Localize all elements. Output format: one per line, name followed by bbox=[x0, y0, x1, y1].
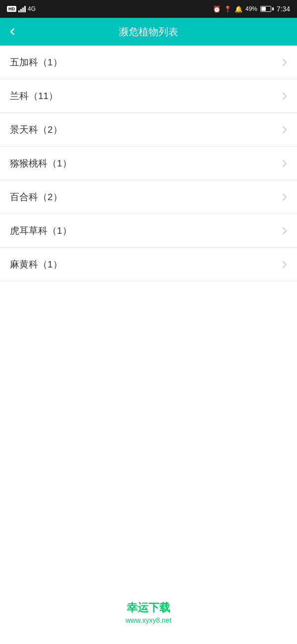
battery-body bbox=[260, 6, 271, 12]
watermark-sub-text: www.xyxy8.net bbox=[0, 616, 297, 624]
battery-fill bbox=[261, 7, 266, 11]
chevron-right-icon bbox=[282, 160, 287, 167]
chevron-right-icon bbox=[282, 126, 287, 134]
item-label: 百合科（2） bbox=[10, 191, 62, 204]
signal-bar-4 bbox=[24, 6, 26, 12]
item-label: 兰科（11） bbox=[10, 90, 58, 103]
battery-tip bbox=[272, 7, 274, 10]
status-right: ⏰ 📍 🔔 49% 7:34 bbox=[213, 5, 290, 13]
list-item[interactable]: 虎耳草科（1） bbox=[0, 214, 297, 248]
signal-type: 4G bbox=[28, 5, 36, 12]
item-label: 虎耳草科（1） bbox=[10, 224, 72, 237]
chevron-right-icon bbox=[282, 92, 287, 100]
chevron-right-icon bbox=[282, 227, 287, 235]
plant-list: 五加科（1）兰科（11）景天科（2）猕猴桃科（1）百合科（2）虎耳草科（1）麻黄… bbox=[0, 46, 297, 281]
list-item[interactable]: 五加科（1） bbox=[0, 46, 297, 79]
item-label: 麻黄科（1） bbox=[10, 258, 62, 271]
page-title: 濒危植物列表 bbox=[0, 25, 297, 39]
back-icon bbox=[7, 26, 18, 37]
back-button[interactable] bbox=[0, 18, 25, 46]
signal-bars bbox=[18, 5, 26, 12]
hd-badge: HD bbox=[7, 6, 16, 12]
clock-icon: ⏰ bbox=[213, 5, 221, 13]
list-item[interactable]: 景天科（2） bbox=[0, 113, 297, 147]
footer-watermark: 幸运下载 www.xyxy8.net bbox=[0, 600, 297, 624]
list-item[interactable]: 猕猴桃科（1） bbox=[0, 147, 297, 180]
status-bar: HD 4G ⏰ 📍 🔔 49% 7:34 bbox=[0, 0, 297, 18]
chevron-right-icon bbox=[282, 261, 287, 268]
battery-indicator bbox=[260, 6, 274, 12]
notification-icon: 🔔 bbox=[235, 5, 243, 13]
list-item[interactable]: 百合科（2） bbox=[0, 180, 297, 214]
status-left: HD 4G bbox=[7, 5, 36, 12]
watermark-main-text: 幸运下载 bbox=[0, 600, 297, 615]
item-label: 猕猴桃科（1） bbox=[10, 157, 72, 170]
signal-bar-1 bbox=[18, 10, 20, 12]
signal-bar-3 bbox=[22, 7, 24, 12]
item-label: 五加科（1） bbox=[10, 56, 62, 69]
item-label: 景天科（2） bbox=[10, 123, 62, 136]
battery-percent: 49% bbox=[246, 5, 257, 12]
location-icon: 📍 bbox=[224, 5, 232, 13]
list-item[interactable]: 兰科（11） bbox=[0, 79, 297, 113]
chevron-right-icon bbox=[282, 193, 287, 201]
nav-bar: 濒危植物列表 bbox=[0, 18, 297, 46]
time-display: 7:34 bbox=[277, 5, 290, 13]
signal-bar-2 bbox=[20, 9, 22, 12]
list-item[interactable]: 麻黄科（1） bbox=[0, 248, 297, 281]
chevron-right-icon bbox=[282, 58, 287, 66]
